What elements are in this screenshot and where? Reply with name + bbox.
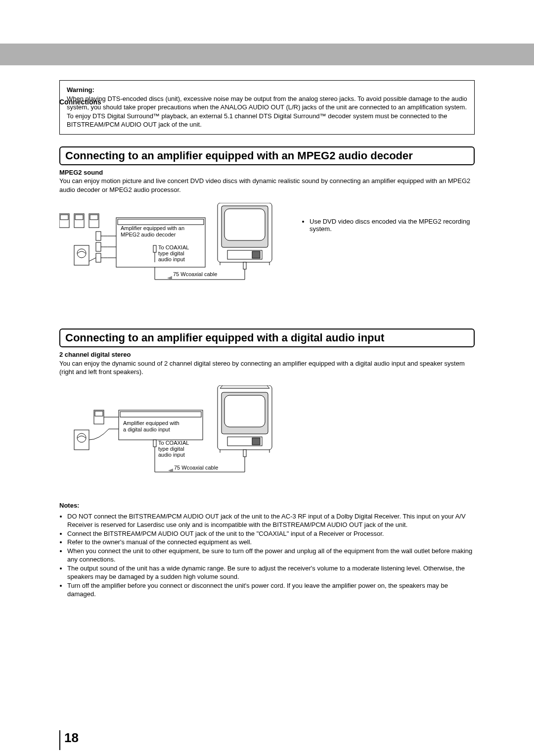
svg-rect-2 [89,214,99,228]
section1-diagram: Amplifier equipped with an MPEG2 audio d… [59,203,287,304]
warning-text: When playing DTS-encoded discs (unit), e… [67,95,467,129]
header-bar [0,44,534,65]
amp2-label-2: a digital audio input [123,426,170,432]
svg-rect-5 [90,215,98,220]
section2-subsection: 2 channel digital stereo You can enjoy t… [59,350,475,377]
notes-label: Notes: [59,502,79,509]
amp-label-2: MPEG2 audio decoder [121,232,176,237]
svg-rect-8 [96,232,101,240]
section-header: Connections [59,98,101,106]
svg-rect-19 [224,209,265,240]
svg-rect-36 [224,395,265,427]
page-number: 18 [59,730,79,750]
svg-point-7 [77,249,86,258]
amp-label-1: Amplifier equipped with an [121,225,184,231]
svg-rect-27 [74,430,89,450]
svg-rect-24 [243,262,246,269]
section1-diagram-row: Amplifier equipped with an MPEG2 audio d… [59,203,475,304]
svg-rect-21 [252,251,260,258]
svg-rect-41 [243,450,246,457]
coax2-2: type digital [158,446,184,452]
coax2-1: To COAXIAL [158,440,189,446]
svg-rect-25 [94,410,104,424]
cable-label: 75 Wcoaxial cable [173,271,217,277]
section1-subsection: MPEG2 sound You can enjoy motion picture… [59,168,475,194]
coax-3: audio input [158,256,185,262]
coax-2: type digital [158,250,184,256]
section2-text: You can enjoy the dynamic sound of 2 cha… [59,360,465,376]
note-item: Turn off the amplifier before you connec… [67,581,475,599]
section2-diagram: Amplifier equipped with a digital audio … [59,385,287,486]
section1-sub-label: MPEG2 sound [59,169,103,176]
svg-rect-14 [153,245,156,252]
svg-point-28 [77,433,86,442]
warning-label: Warning: [67,86,467,94]
cable2-label: 75 Wcoaxial cable [174,465,218,471]
coax2-3: audio input [158,452,185,458]
svg-line-11 [89,258,96,261]
note-item: Refer to the owner's manual of the conne… [67,538,475,547]
svg-rect-9 [96,242,101,251]
section2-sub-label: 2 channel digital stereo [59,351,131,358]
notes-list: DO NOT connect the BITSTREAM/PCM AUDIO O… [59,512,475,599]
svg-rect-1 [74,214,84,228]
section1-side-note: Use DVD video discs encoded via the MPEG… [302,218,475,233]
coax-1: To COAXIAL [158,244,189,250]
section2-title: Connecting to an amplifier equipped with… [59,329,475,347]
note-item: DO NOT connect the BITSTREAM/PCM AUDIO O… [67,512,475,529]
warning-box: Warning: When playing DTS-encoded discs … [59,80,475,135]
section1-title: Connecting to an amplifier equipped with… [59,146,475,165]
side-note-item: Use DVD video discs encoded via the MPEG… [310,218,475,233]
svg-rect-3 [60,215,68,220]
page-content: Warning: When playing DTS-encoded discs … [0,80,534,599]
note-item: Connect the BITSTREAM/PCM AUDIO OUT jack… [67,529,475,538]
note-item: When you connect the unit to other equip… [67,547,475,564]
section1-text: You can enjoy motion picture and live co… [59,177,470,193]
section2-diagram-row: Amplifier equipped with a digital audio … [59,385,475,486]
svg-rect-0 [59,214,69,228]
svg-rect-26 [95,411,103,416]
note-item: The output sound of the unit has a wide … [67,564,475,581]
svg-rect-6 [74,245,89,265]
svg-rect-38 [252,438,260,445]
svg-rect-31 [153,440,156,447]
svg-rect-4 [75,215,83,220]
manual-page: Connections Warning: When playing DTS-en… [0,44,534,756]
svg-rect-10 [96,253,101,262]
amp2-label-1: Amplifier equipped with [123,420,179,426]
notes-block: Notes: DO NOT connect the BITSTREAM/PCM … [59,501,475,599]
